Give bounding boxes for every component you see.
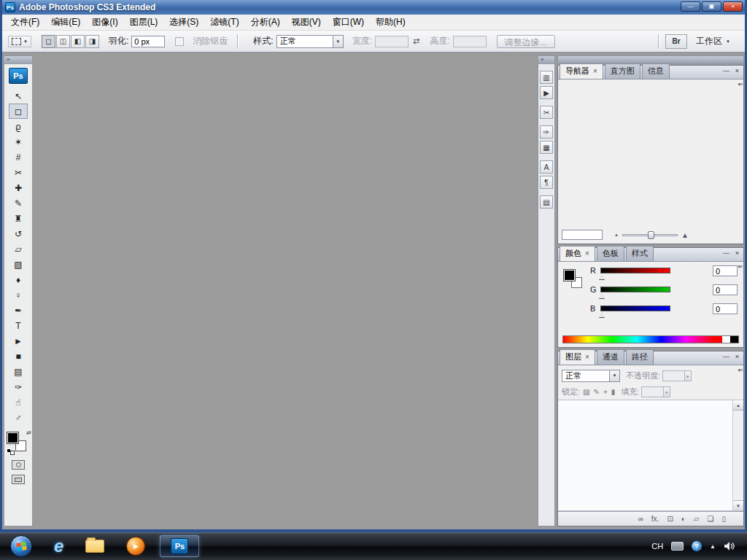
navigator-zoom-input[interactable] (562, 230, 603, 240)
panel-minimize-button[interactable]: — (722, 249, 730, 257)
history-panel-button[interactable]: ▥ (540, 71, 553, 84)
start-button[interactable] (10, 535, 32, 557)
photoshop-task-button[interactable]: Ps (160, 535, 199, 557)
zoom-tool[interactable]: ♂ (9, 410, 28, 425)
tab-paths[interactable]: 路径 (626, 349, 654, 365)
antialias-checkbox[interactable] (175, 37, 184, 46)
screen-mode-button[interactable] (12, 475, 25, 484)
help-icon[interactable]: ? (692, 541, 702, 551)
scroll-down-button[interactable]: ▼ (733, 500, 743, 510)
channel-slider[interactable] (600, 287, 670, 292)
foreground-color-swatch[interactable] (7, 432, 18, 443)
tool-preset-picker[interactable]: ▼ (8, 36, 31, 47)
tool-presets-panel-button[interactable]: ✂ (540, 106, 553, 119)
menu-item[interactable]: 窗口(W) (327, 14, 370, 31)
opacity-field[interactable]: ▸ (662, 370, 692, 381)
channel-slider[interactable] (600, 306, 670, 311)
scroll-up-button[interactable]: ▲ (733, 400, 743, 411)
menu-item[interactable]: 编辑(E) (45, 14, 86, 31)
panel-tab-close-icon[interactable]: × (585, 353, 589, 361)
lock-all-icon[interactable]: ▮ (611, 388, 616, 396)
menu-item[interactable]: 视图(V) (286, 14, 327, 31)
minimize-button[interactable]: — (681, 1, 700, 12)
channel-value-input[interactable] (713, 303, 738, 314)
menu-item[interactable]: 文件(F) (5, 14, 45, 31)
toolbox-grip[interactable]: » (4, 56, 32, 64)
channel-slider[interactable] (600, 268, 670, 273)
navigator-zoom-slider[interactable] (622, 234, 678, 236)
blur-tool[interactable]: ♦ (9, 272, 28, 287)
layer-style-button[interactable]: fx. (651, 515, 659, 523)
channel-value-input[interactable] (713, 265, 738, 276)
layers-scrollbar[interactable]: ▲ ▼ (732, 400, 743, 510)
menu-item[interactable]: 分析(A) (245, 14, 286, 31)
crop-tool[interactable]: # (9, 149, 28, 165)
notes-tool[interactable]: ▤ (9, 364, 28, 379)
menu-item[interactable]: 图像(I) (86, 14, 123, 31)
folder-icon[interactable] (85, 540, 104, 553)
ramp-white-swatch[interactable] (722, 336, 730, 343)
dodge-tool[interactable]: ♀ (9, 287, 28, 303)
tab-histogram[interactable]: 直方图 (605, 63, 640, 79)
panel-tab-close-icon[interactable]: × (585, 249, 589, 257)
titlebar[interactable]: Ps Adobe Photoshop CS3 Extended — ▣ × (2, 0, 745, 15)
path-selection-tool[interactable]: ► (9, 333, 28, 349)
color-ramp[interactable] (562, 335, 739, 343)
spinner-arrow-icon[interactable]: ▸ (684, 371, 691, 381)
panel-menu-button[interactable]: ▾≡ (738, 368, 742, 373)
tab-navigator[interactable]: 导航器× (560, 63, 603, 79)
panel-minimize-button[interactable]: — (722, 353, 730, 361)
zoom-out-icon[interactable]: ▲ (614, 233, 619, 237)
style-select[interactable]: 正常 ▼ (276, 35, 344, 48)
dock-expand-grip[interactable]: « (538, 56, 554, 64)
panel-tab-close-icon[interactable]: × (593, 67, 597, 75)
zoom-in-icon[interactable]: ▲ (681, 231, 689, 239)
tab-color[interactable]: 颜色× (560, 246, 595, 261)
panel-menu-button[interactable]: ▾≡ (738, 264, 742, 270)
intersect-selection-button[interactable]: ◨ (85, 35, 99, 48)
tab-layers[interactable]: 图层× (560, 349, 595, 365)
volume-icon[interactable] (724, 541, 735, 551)
slider-thumb-icon[interactable] (599, 312, 605, 317)
channel-value-input[interactable] (713, 284, 738, 295)
eyedropper-tool[interactable]: ✑ (9, 379, 28, 394)
menu-item[interactable]: 帮助(H) (370, 14, 411, 31)
tab-info[interactable]: 信息 (642, 63, 670, 79)
language-indicator[interactable]: CH (651, 542, 663, 551)
internet-explorer-icon[interactable]: e (54, 537, 63, 556)
height-input[interactable] (453, 36, 487, 47)
slider-thumb-icon[interactable] (599, 293, 605, 298)
swap-dimensions-button[interactable]: ⇄ (413, 36, 419, 46)
add-to-selection-button[interactable]: ◫ (56, 35, 70, 48)
actions-panel-button[interactable]: ▶ (540, 86, 553, 99)
restore-button[interactable]: ▣ (702, 1, 721, 12)
ramp-black-swatch[interactable] (730, 336, 738, 343)
character-panel-button[interactable]: A (540, 160, 553, 174)
clone-source-panel-button[interactable]: ▦ (540, 141, 553, 154)
brushes-panel-button[interactable]: ✑ (540, 125, 553, 139)
color-panel-foreground-swatch[interactable] (564, 270, 575, 281)
spinner-arrow-icon[interactable]: ▸ (663, 387, 670, 397)
lock-image-icon[interactable]: ✎ (594, 388, 600, 396)
panel-close-button[interactable]: × (733, 249, 741, 257)
rectangle-tool[interactable]: ■ (9, 349, 28, 364)
pen-tool[interactable]: ✒ (9, 303, 28, 318)
new-layer-button[interactable]: ❏ (708, 515, 714, 523)
layer-comps-panel-button[interactable]: ▤ (540, 195, 553, 209)
lasso-tool[interactable]: ϱ (9, 119, 28, 134)
menu-item[interactable]: 滤镜(T) (204, 14, 244, 31)
horizontal-type-tool[interactable]: T (9, 318, 28, 333)
panel-minimize-button[interactable]: — (722, 67, 730, 75)
paragraph-panel-button[interactable]: ¶ (540, 176, 553, 189)
quick-selection-tool[interactable]: ✶ (9, 134, 28, 149)
width-input[interactable] (375, 36, 409, 47)
clone-stamp-tool[interactable]: ♜ (9, 211, 28, 226)
eraser-tool[interactable]: ▱ (9, 241, 28, 257)
quick-mask-button[interactable] (12, 460, 25, 470)
fill-field[interactable]: ▸ (641, 386, 670, 397)
blend-mode-select[interactable]: 正常 ▼ (562, 370, 620, 382)
media-player-icon[interactable]: ▶ (126, 537, 145, 556)
hand-tool[interactable]: ☝ (9, 394, 28, 410)
slice-tool[interactable]: ✂ (9, 165, 28, 180)
add-layer-mask-button[interactable]: ⊡ (667, 515, 673, 523)
